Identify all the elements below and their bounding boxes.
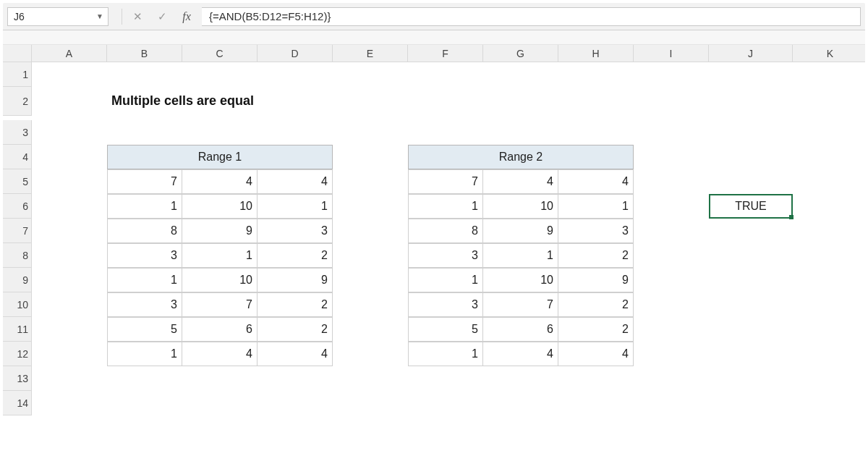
cancel-icon[interactable]: ✕: [125, 7, 150, 26]
grid-cell[interactable]: [32, 120, 107, 145]
grid-cell[interactable]: [32, 243, 107, 268]
column-header[interactable]: K: [793, 45, 868, 62]
result-cell[interactable]: TRUE: [709, 194, 793, 219]
grid-cell[interactable]: [634, 268, 709, 292]
grid-cell[interactable]: [558, 62, 634, 87]
row-header[interactable]: 8: [3, 243, 32, 268]
grid-cell[interactable]: [634, 342, 709, 366]
range1-cell[interactable]: 7: [182, 292, 258, 317]
grid-cell[interactable]: [709, 169, 793, 194]
grid-cell[interactable]: [32, 391, 107, 415]
range1-cell[interactable]: 4: [258, 342, 333, 366]
grid-cell[interactable]: [634, 194, 709, 219]
grid-cell[interactable]: [182, 366, 258, 391]
row-header[interactable]: 1: [3, 62, 32, 87]
row-header[interactable]: 12: [3, 342, 32, 366]
grid-cell[interactable]: [793, 268, 868, 292]
grid-cell[interactable]: [634, 87, 709, 116]
grid-cell[interactable]: [483, 366, 558, 391]
grid-cell[interactable]: [634, 317, 709, 342]
range2-cell[interactable]: 4: [558, 169, 634, 194]
row-header[interactable]: 13: [3, 366, 32, 391]
grid-cell[interactable]: [408, 366, 483, 391]
range1-cell[interactable]: 2: [258, 292, 333, 317]
grid-cell[interactable]: [793, 87, 868, 116]
grid-cell[interactable]: [793, 391, 868, 415]
column-header[interactable]: B: [107, 45, 182, 62]
range1-cell[interactable]: 5: [107, 317, 182, 342]
row-header[interactable]: 4: [3, 145, 32, 169]
range1-cell[interactable]: 2: [258, 243, 333, 268]
grid-cell[interactable]: [32, 194, 107, 219]
range1-cell[interactable]: 6: [182, 317, 258, 342]
range1-cell[interactable]: 10: [182, 268, 258, 292]
grid-cell[interactable]: [258, 391, 333, 415]
range2-cell[interactable]: 3: [408, 243, 483, 268]
grid-cell[interactable]: [258, 120, 333, 145]
select-all-corner[interactable]: [3, 45, 32, 62]
row-header[interactable]: 11: [3, 317, 32, 342]
range1-cell[interactable]: 1: [107, 342, 182, 366]
grid-cell[interactable]: [32, 317, 107, 342]
range1-cell[interactable]: 9: [258, 268, 333, 292]
grid-cell[interactable]: [709, 391, 793, 415]
row-header[interactable]: 5: [3, 169, 32, 194]
grid-cell[interactable]: [333, 317, 408, 342]
range2-cell[interactable]: 4: [483, 169, 558, 194]
chevron-down-icon[interactable]: ▼: [96, 12, 103, 20]
range2-cell[interactable]: 4: [558, 342, 634, 366]
grid-cell[interactable]: [709, 342, 793, 366]
column-header[interactable]: F: [408, 45, 483, 62]
range2-cell[interactable]: 10: [483, 194, 558, 219]
grid-cell[interactable]: [483, 120, 558, 145]
grid-cell[interactable]: [107, 366, 182, 391]
column-header[interactable]: D: [258, 45, 333, 62]
grid-cell[interactable]: [634, 219, 709, 243]
column-header[interactable]: H: [558, 45, 634, 62]
range1-cell[interactable]: 4: [182, 169, 258, 194]
grid-cell[interactable]: [634, 366, 709, 391]
grid-cell[interactable]: [182, 391, 258, 415]
grid-cell[interactable]: [483, 62, 558, 87]
grid-cell[interactable]: [709, 366, 793, 391]
grid-cell[interactable]: [333, 219, 408, 243]
range2-cell[interactable]: 1: [483, 243, 558, 268]
range1-cell[interactable]: 7: [107, 169, 182, 194]
range2-cell[interactable]: 3: [408, 292, 483, 317]
grid-cell[interactable]: [793, 145, 868, 169]
grid-cell[interactable]: [32, 268, 107, 292]
grid-cell[interactable]: [793, 219, 868, 243]
range2-cell[interactable]: 2: [558, 292, 634, 317]
grid-cell[interactable]: [333, 268, 408, 292]
grid-cell[interactable]: [32, 219, 107, 243]
grid-cell[interactable]: [333, 243, 408, 268]
grid-cell[interactable]: [408, 87, 483, 116]
grid-cell[interactable]: [709, 243, 793, 268]
range1-cell[interactable]: 1: [107, 268, 182, 292]
column-header[interactable]: I: [634, 45, 709, 62]
grid-cell[interactable]: [258, 62, 333, 87]
grid-cell[interactable]: [793, 169, 868, 194]
grid-cell[interactable]: [32, 169, 107, 194]
formula-input[interactable]: {=AND(B5:D12=F5:H12)}: [202, 7, 861, 26]
grid-cell[interactable]: [558, 366, 634, 391]
range2-cell[interactable]: 2: [558, 317, 634, 342]
row-header[interactable]: 10: [3, 292, 32, 317]
spreadsheet-grid[interactable]: ABCDEFGHIJK12Multiple cells are equal34R…: [3, 45, 865, 415]
grid-cell[interactable]: [483, 391, 558, 415]
row-header[interactable]: 7: [3, 219, 32, 243]
row-header[interactable]: 9: [3, 268, 32, 292]
enter-icon[interactable]: ✓: [150, 7, 174, 26]
grid-cell[interactable]: [709, 219, 793, 243]
grid-cell[interactable]: [793, 62, 868, 87]
range2-cell[interactable]: 8: [408, 219, 483, 243]
range2-cell[interactable]: 1: [408, 194, 483, 219]
range1-cell[interactable]: 8: [107, 219, 182, 243]
grid-cell[interactable]: [634, 120, 709, 145]
grid-cell[interactable]: [634, 145, 709, 169]
grid-cell[interactable]: [793, 366, 868, 391]
column-header[interactable]: C: [182, 45, 258, 62]
range1-cell[interactable]: 1: [107, 194, 182, 219]
column-header[interactable]: E: [333, 45, 408, 62]
grid-cell[interactable]: [333, 62, 408, 87]
